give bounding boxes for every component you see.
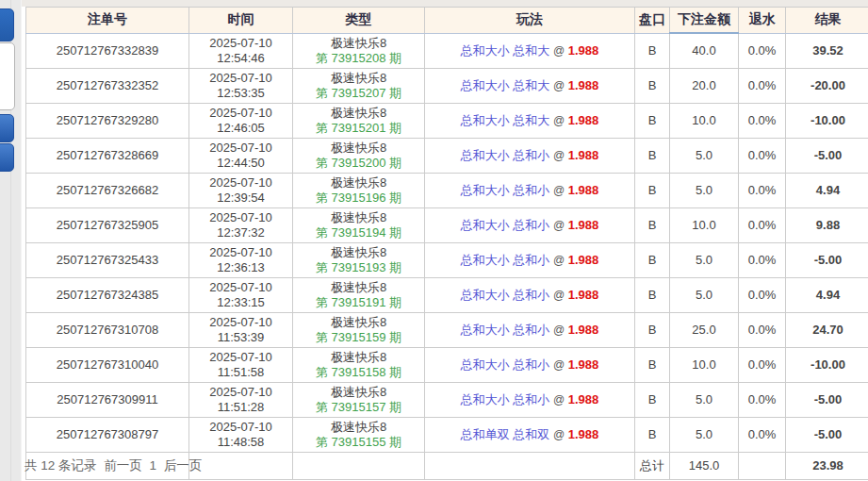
total-label: 总计 — [635, 453, 670, 480]
odds-value: 1.988 — [568, 427, 599, 441]
amount-cell: 10.0 — [670, 104, 739, 139]
type-cell: 极速快乐8 第 73915194 期 — [293, 208, 425, 243]
type-cell: 极速快乐8 第 73915208 期 — [293, 33, 425, 69]
play-cell: 总和大小 总和小 @ 1.988 — [425, 243, 635, 278]
amount-cell: 10.0 — [670, 348, 739, 383]
current-page-number[interactable]: 1 — [150, 458, 157, 473]
play-cell: 总和大小 总和大 @ 1.988 — [425, 69, 635, 104]
play-cell: 总和大小 总和小 @ 1.988 — [425, 174, 635, 208]
at-symbol: @ — [553, 289, 565, 302]
type-cell: 极速快乐8 第 73915196 期 — [293, 174, 425, 208]
at-symbol: @ — [553, 393, 565, 406]
table-row: 250712767326682 2025-07-10 12:39:54 极速快乐… — [26, 174, 868, 208]
col-header-result: 结果 — [786, 8, 868, 34]
bet-date: 2025-07-10 — [192, 36, 289, 51]
play-cell: 总和单双 总和双 @ 1.988 — [425, 418, 635, 453]
market-cell: B — [635, 174, 670, 208]
side-panel-button-top[interactable] — [0, 8, 14, 41]
play-cell: 总和大小 总和小 @ 1.988 — [425, 313, 635, 348]
side-panel-button-middle[interactable] — [0, 114, 14, 142]
result-cell: -5.00 — [786, 383, 868, 418]
odds-value: 1.988 — [568, 218, 599, 232]
bet-time: 12:37:32 — [192, 225, 289, 240]
at-symbol: @ — [553, 79, 565, 92]
table-row: 250712767332352 2025-07-10 12:53:35 极速快乐… — [26, 69, 868, 104]
amount-cell: 40.0 — [670, 33, 739, 69]
game-name: 极速快乐8 — [296, 420, 421, 435]
next-page-link[interactable]: 后一页 — [164, 458, 203, 473]
table-row: 250712767308797 2025-07-10 11:48:58 极速快乐… — [26, 418, 868, 453]
bet-date: 2025-07-10 — [192, 315, 289, 330]
game-name: 极速快乐8 — [296, 315, 421, 330]
play-cell: 总和大小 总和小 @ 1.988 — [425, 348, 635, 383]
order-no-cell: 250712767308797 — [26, 418, 189, 453]
market-cell: B — [635, 348, 670, 383]
odds-value: 1.988 — [568, 148, 599, 162]
rebate-cell: 0.0% — [739, 174, 786, 208]
time-cell: 2025-07-10 11:53:39 — [189, 313, 293, 348]
draw-period: 第 73915201 期 — [296, 121, 421, 136]
odds-value: 1.988 — [568, 357, 599, 372]
draw-period: 第 73915155 期 — [296, 435, 421, 450]
draw-period: 第 73915207 期 — [296, 86, 421, 101]
total-empty-rebate — [739, 453, 786, 480]
draw-period: 第 73915159 期 — [296, 330, 421, 345]
at-symbol: @ — [553, 219, 565, 232]
rebate-cell: 0.0% — [739, 418, 786, 453]
bet-date: 2025-07-10 — [192, 245, 289, 260]
order-no-cell: 250712767332839 — [26, 33, 189, 69]
order-no-cell: 250712767328669 — [26, 139, 189, 174]
at-symbol: @ — [553, 358, 565, 372]
col-header-amount: 下注金额 — [670, 8, 739, 34]
table-row: 250712767324385 2025-07-10 12:33:15 极速快乐… — [26, 278, 868, 313]
total-empty-play — [425, 453, 635, 480]
game-name: 极速快乐8 — [296, 106, 421, 121]
draw-period: 第 73915200 期 — [296, 156, 421, 171]
play-cell: 总和大小 总和小 @ 1.988 — [425, 208, 635, 243]
at-symbol: @ — [553, 323, 565, 337]
type-cell: 极速快乐8 第 73915200 期 — [293, 139, 425, 174]
play-selection: 总和大小 总和大 — [461, 43, 550, 58]
result-cell: 39.52 — [786, 33, 868, 69]
amount-cell: 5.0 — [670, 418, 739, 453]
order-no-cell: 250712767326682 — [26, 174, 189, 208]
bet-date: 2025-07-10 — [192, 210, 289, 225]
total-result: 23.98 — [786, 453, 868, 480]
pagination-bar: 共 12 条记录 前一页 1 后一页 — [25, 457, 205, 474]
time-cell: 2025-07-10 11:48:58 — [189, 418, 293, 453]
bet-date: 2025-07-10 — [192, 420, 289, 435]
result-cell: -10.00 — [786, 104, 868, 139]
play-selection: 总和大小 总和小 — [461, 392, 550, 406]
bet-date: 2025-07-10 — [192, 280, 289, 295]
type-cell: 极速快乐8 第 73915207 期 — [293, 69, 425, 104]
time-cell: 2025-07-10 11:51:28 — [189, 383, 293, 418]
time-cell: 2025-07-10 12:53:35 — [189, 69, 293, 104]
at-symbol: @ — [553, 428, 565, 441]
play-selection: 总和大小 总和小 — [461, 183, 550, 197]
result-cell: -5.00 — [786, 418, 868, 453]
table-row: 250712767310040 2025-07-10 11:51:58 极速快乐… — [26, 348, 868, 383]
market-cell: B — [635, 69, 670, 104]
rebate-cell: 0.0% — [739, 208, 786, 243]
draw-period: 第 73915158 期 — [296, 365, 421, 380]
bet-time: 11:48:58 — [192, 435, 289, 450]
order-no-cell: 250712767325433 — [26, 243, 189, 278]
bet-date: 2025-07-10 — [192, 175, 289, 191]
type-cell: 极速快乐8 第 73915159 期 — [293, 313, 425, 348]
bet-date: 2025-07-10 — [192, 350, 289, 365]
rebate-cell: 0.0% — [739, 278, 786, 313]
market-cell: B — [635, 313, 670, 348]
time-cell: 2025-07-10 12:36:13 — [189, 243, 293, 278]
prev-page-link[interactable]: 前一页 — [104, 458, 142, 473]
odds-value: 1.988 — [568, 183, 599, 197]
col-header-play: 玩法 — [425, 8, 635, 34]
play-selection: 总和大小 总和小 — [461, 357, 550, 372]
play-selection: 总和大小 总和小 — [461, 288, 550, 302]
bet-time: 12:53:35 — [192, 86, 289, 101]
side-panel-button-bottom[interactable] — [0, 143, 14, 172]
time-cell: 2025-07-10 12:54:46 — [189, 33, 293, 69]
table-row: 250712767329280 2025-07-10 12:46:05 极速快乐… — [26, 104, 868, 139]
time-cell: 2025-07-10 12:39:54 — [189, 174, 293, 208]
result-cell: -10.00 — [786, 348, 868, 383]
col-header-rebate: 退水 — [739, 8, 786, 34]
